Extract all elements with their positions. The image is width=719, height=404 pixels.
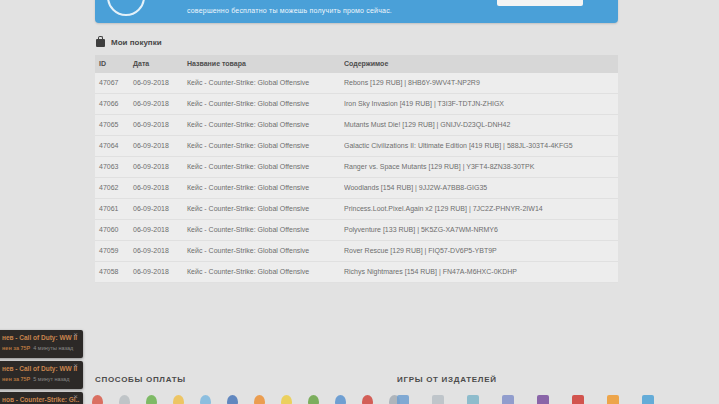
- toast-title: нев - Call of Duty: WW II: [2, 334, 77, 341]
- cell-date: 06-09-2018: [133, 94, 187, 114]
- table-body: 47067 06-09-2018 Кейс - Counter-Strike: …: [95, 73, 618, 283]
- cell-content: Galactic Civilizations II: Ultimate Edit…: [344, 136, 618, 156]
- cell-product: Кейс - Counter-Strike: Global Offensive: [187, 73, 344, 93]
- page-title: Мои покупки: [111, 38, 162, 47]
- payment-icon[interactable]: [119, 395, 130, 404]
- table-row: 47060 06-09-2018 Кейс - Counter-Strike: …: [95, 220, 618, 241]
- cell-content: Rover Rescue [129 RUB] | FIQ57-DV6P5-YBT…: [344, 241, 618, 261]
- publisher-icon[interactable]: [467, 395, 479, 404]
- publisher-icon[interactable]: [502, 395, 514, 404]
- cell-id: 47061: [95, 199, 133, 219]
- payment-icon[interactable]: [173, 395, 184, 404]
- table-row: 47065 06-09-2018 Кейс - Counter-Strike: …: [95, 115, 618, 136]
- col-header-name: Название товара: [187, 55, 344, 73]
- table-row: 47059 06-09-2018 Кейс - Counter-Strike: …: [95, 241, 618, 262]
- cell-id: 47060: [95, 220, 133, 240]
- col-header-date: Дата: [133, 55, 187, 73]
- cell-date: 06-09-2018: [133, 262, 187, 282]
- payment-icon[interactable]: [308, 395, 319, 404]
- payment-icon[interactable]: [254, 395, 265, 404]
- cell-id: 47058: [95, 262, 133, 282]
- payment-icon[interactable]: [146, 395, 157, 404]
- payment-icon[interactable]: [200, 395, 211, 404]
- toast-subtitle: нен за 75Р5 минут назад: [2, 376, 69, 382]
- cell-content: Richys Nightmares [154 RUB] | FN47A-M6HX…: [344, 262, 618, 282]
- cell-product: Кейс - Counter-Strike: Global Offensive: [187, 262, 344, 282]
- table-row: 47066 06-09-2018 Кейс - Counter-Strike: …: [95, 94, 618, 115]
- cell-date: 06-09-2018: [133, 73, 187, 93]
- cell-product: Кейс - Counter-Strike: Global Offensive: [187, 94, 344, 114]
- publisher-icon[interactable]: [537, 395, 549, 404]
- cell-date: 06-09-2018: [133, 241, 187, 261]
- cell-date: 06-09-2018: [133, 157, 187, 177]
- table-row: 47062 06-09-2018 Кейс - Counter-Strike: …: [95, 178, 618, 199]
- cell-product: Кейс - Counter-Strike: Global Offensive: [187, 178, 344, 198]
- toast-title: нов - Counter-Strike: Gl..: [2, 396, 79, 403]
- cell-id: 47062: [95, 178, 133, 198]
- cell-product: Кейс - Counter-Strike: Global Offensive: [187, 199, 344, 219]
- cell-date: 06-09-2018: [133, 220, 187, 240]
- payment-icon[interactable]: [92, 395, 103, 404]
- table-row: 47058 06-09-2018 Кейс - Counter-Strike: …: [95, 262, 618, 283]
- publisher-icon[interactable]: [572, 395, 584, 404]
- table-row: 47067 06-09-2018 Кейс - Counter-Strike: …: [95, 73, 618, 94]
- table-row: 47063 06-09-2018 Кейс - Counter-Strike: …: [95, 157, 618, 178]
- payment-icon[interactable]: [281, 395, 292, 404]
- cell-date: 06-09-2018: [133, 115, 187, 135]
- cell-id: 47064: [95, 136, 133, 156]
- payment-icon[interactable]: [362, 395, 373, 404]
- promo-banner-text: совершенно бесплатно ты можешь получить …: [187, 7, 392, 14]
- cell-product: Кейс - Counter-Strike: Global Offensive: [187, 136, 344, 156]
- cell-id: 47065: [95, 115, 133, 135]
- cell-product: Кейс - Counter-Strike: Global Offensive: [187, 220, 344, 240]
- toast-subtitle: нен за 75Р4 минуты назад: [2, 345, 73, 351]
- purchase-toast: нев - Call of Duty: WW II нен за 75Р4 ми…: [0, 330, 83, 358]
- cell-product: Кейс - Counter-Strike: Global Offensive: [187, 157, 344, 177]
- cell-product: Кейс - Counter-Strike: Global Offensive: [187, 115, 344, 135]
- publisher-icon[interactable]: [642, 395, 654, 404]
- promo-banner-button[interactable]: [497, 0, 583, 6]
- cell-content: Woodlands [154 RUB] | 9JJ2W-A7BB8-GIG35: [344, 178, 618, 198]
- col-header-id: ID: [95, 55, 133, 73]
- toast-price: нен за 75Р: [2, 345, 30, 351]
- cell-id: 47067: [95, 73, 133, 93]
- toast-title: нев - Call of Duty: WW II: [2, 365, 77, 372]
- publisher-icon[interactable]: [397, 395, 409, 404]
- cell-date: 06-09-2018: [133, 136, 187, 156]
- promo-badge-icon: [107, 0, 145, 16]
- purchase-toast: нов - Counter-Strike: Gl.. нен за 75Р7 м…: [0, 392, 83, 404]
- purchases-section-title: Мои покупки: [96, 37, 162, 47]
- cell-date: 06-09-2018: [133, 199, 187, 219]
- toast-time: 5 минут назад: [33, 376, 69, 382]
- cell-content: Ranger vs. Space Mutants [129 RUB] | Y3F…: [344, 157, 618, 177]
- publisher-icon[interactable]: [607, 395, 619, 404]
- cell-content: Iron Sky Invasion [419 RUB] | T3I3F-TDTJ…: [344, 94, 618, 114]
- cell-content: Rebons [129 RUB] | 8HB6Y-9WV4T-NP2R9: [344, 73, 618, 93]
- payment-icon[interactable]: [335, 395, 346, 404]
- toast-price: нен за 75Р: [2, 376, 30, 382]
- col-header-content: Содержимое: [344, 55, 618, 73]
- cell-id: 47063: [95, 157, 133, 177]
- publisher-games-heading: ИГРЫ ОТ ИЗДАТЕЛЕЙ: [397, 375, 497, 384]
- payment-methods-heading: СПОСОБЫ ОПЛАТЫ: [95, 375, 186, 384]
- page: совершенно бесплатно ты можешь получить …: [0, 0, 719, 404]
- cell-content: Princess.Loot.Pixel.Again x2 [129 RUB] |…: [344, 199, 618, 219]
- close-icon[interactable]: ×: [73, 393, 78, 401]
- cell-content: Polyventure [133 RUB] | 5K5ZG-XA7WM-NRMY…: [344, 220, 618, 240]
- cell-id: 47059: [95, 241, 133, 261]
- table-row: 47061 06-09-2018 Кейс - Counter-Strike: …: [95, 199, 618, 220]
- payment-icons-row: [92, 395, 400, 404]
- close-icon[interactable]: ×: [73, 362, 78, 370]
- purchases-table: ID Дата Название товара Содержимое 47067…: [95, 55, 618, 283]
- table-header-row: ID Дата Название товара Содержимое: [95, 55, 618, 73]
- close-icon[interactable]: ×: [73, 331, 78, 339]
- shopping-bag-icon: [96, 39, 105, 47]
- table-row: 47064 06-09-2018 Кейс - Counter-Strike: …: [95, 136, 618, 157]
- publisher-icons-row: [397, 395, 654, 404]
- cell-id: 47066: [95, 94, 133, 114]
- promo-banner: совершенно бесплатно ты можешь получить …: [95, 0, 618, 23]
- payment-icon[interactable]: [227, 395, 238, 404]
- cell-content: Mutants Must Die! [129 RUB] | GNIJV-D23Q…: [344, 115, 618, 135]
- publisher-icon[interactable]: [432, 395, 444, 404]
- cell-date: 06-09-2018: [133, 178, 187, 198]
